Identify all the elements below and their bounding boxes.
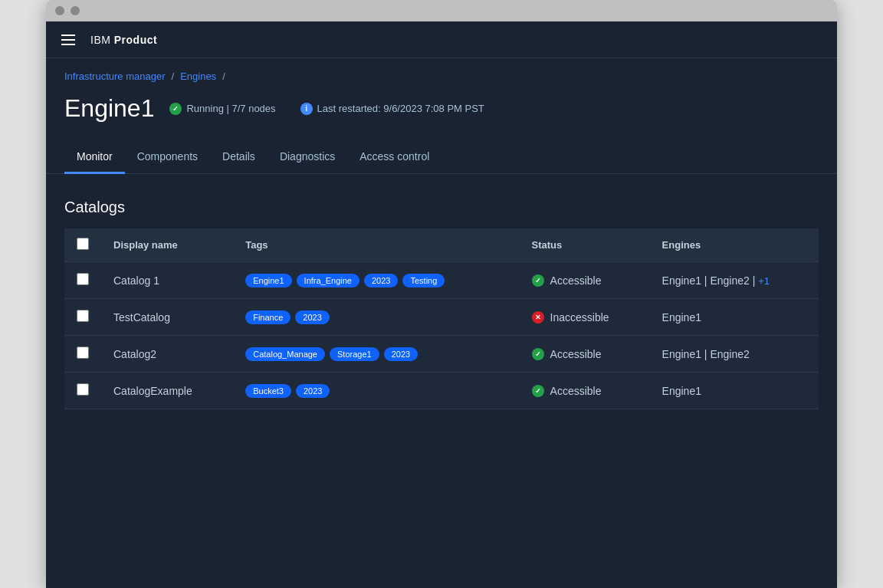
- row1-status-cell: Accessible: [532, 274, 638, 287]
- traffic-light-close[interactable]: [55, 6, 64, 15]
- row2-tags: Finance 2023: [233, 299, 519, 336]
- header-status: Status: [520, 228, 650, 262]
- row3-engines: Engine1 | Engine2: [650, 336, 819, 373]
- table-row: Catalog 1 Engine1 Infra_Engine 2023 Test…: [64, 262, 819, 299]
- tabs: Monitor Components Details Diagnostics A…: [46, 141, 837, 174]
- nav-brand: IBM Product: [90, 34, 157, 46]
- row4-tag-0: Bucket3: [245, 384, 291, 398]
- header-checkbox-cell: [64, 228, 101, 262]
- row1-tags-cell: Engine1 Infra_Engine 2023 Testing: [245, 274, 507, 287]
- breadcrumb-sep-1: /: [172, 71, 175, 82]
- running-status-badge: Running | 7/7 nodes: [169, 103, 275, 115]
- row1-tag-3: Testing: [402, 274, 445, 287]
- header-tags: Tags: [233, 228, 519, 262]
- row1-engines-value: Engine1 | Engine2 | +1: [662, 274, 770, 287]
- catalogs-section-title: Catalogs: [64, 199, 819, 216]
- row1-tag-2: 2023: [364, 274, 398, 287]
- row3-engines-value: Engine1 | Engine2: [662, 348, 750, 360]
- breadcrumb-sep-2: /: [222, 71, 225, 82]
- table-body: Catalog 1 Engine1 Infra_Engine 2023 Test…: [64, 262, 819, 409]
- row2-tag-1: 2023: [295, 310, 329, 324]
- table-header: Display name Tags Status Engines: [64, 228, 819, 262]
- row3-checkbox-cell: [64, 336, 101, 373]
- row3-tag-1: Storage1: [330, 347, 379, 361]
- row3-status-label: Accessible: [550, 348, 602, 360]
- main-content: Catalogs Display name Tags Status Engine…: [46, 174, 837, 434]
- row2-tags-cell: Finance 2023: [245, 310, 507, 324]
- brand-name-normal: IBM: [90, 34, 110, 46]
- row4-status-cell: Accessible: [532, 385, 638, 397]
- row1-tag-0: Engine1: [245, 274, 291, 287]
- row2-name: TestCatalog: [101, 299, 233, 336]
- header-engines: Engines: [650, 228, 819, 262]
- row3-checkbox[interactable]: [77, 347, 89, 359]
- select-all-checkbox[interactable]: [77, 238, 89, 250]
- row4-engines: Engine1: [650, 373, 819, 409]
- header-display-name: Display name: [101, 228, 233, 262]
- row4-tag-1: 2023: [296, 384, 330, 398]
- row4-tags-cell: Bucket3 2023: [245, 384, 507, 398]
- row4-status: Accessible: [520, 373, 650, 409]
- page-header: Engine1 Running | 7/7 nodes i Last resta…: [46, 88, 837, 123]
- row3-status-cell: Accessible: [532, 348, 638, 360]
- last-restarted-badge: i Last restarted: 9/6/2023 7:08 PM PST: [300, 103, 484, 115]
- row1-accessible-icon: [532, 274, 544, 287]
- tab-monitor[interactable]: Monitor: [64, 141, 125, 174]
- row3-tags: Catalog_Manage Storage1 2023: [233, 336, 519, 373]
- info-icon: i: [300, 103, 313, 115]
- row2-engines-value: Engine1: [662, 311, 701, 324]
- row1-checkbox-cell: [64, 262, 101, 299]
- app-wrapper: IBM Product Infrastructure manager / Eng…: [46, 21, 837, 588]
- tab-access-control[interactable]: Access control: [347, 141, 442, 174]
- page-title: Engine1: [64, 94, 154, 123]
- row4-accessible-icon: [532, 385, 544, 397]
- row1-engines: Engine1 | Engine2 | +1: [650, 262, 819, 299]
- hamburger-menu[interactable]: [58, 31, 78, 48]
- row1-tag-1: Infra_Engine: [297, 274, 359, 287]
- row3-tags-cell: Catalog_Manage Storage1 2023: [245, 347, 507, 361]
- top-nav: IBM Product: [46, 21, 837, 58]
- breadcrumb-link-infrastructure[interactable]: Infrastructure manager: [64, 71, 166, 82]
- running-status-icon: [169, 103, 182, 115]
- row3-tag-2: 2023: [384, 347, 418, 361]
- table-row: TestCatalog Finance 2023 Inaccessible: [64, 299, 819, 336]
- tab-details[interactable]: Details: [210, 141, 268, 174]
- row2-engines: Engine1: [650, 299, 819, 336]
- running-status-label: Running | 7/7 nodes: [186, 103, 275, 114]
- row1-name: Catalog 1: [101, 262, 233, 299]
- row1-engines-more: +1: [758, 275, 770, 287]
- tab-components[interactable]: Components: [125, 141, 210, 174]
- row3-accessible-icon: [532, 348, 544, 360]
- breadcrumb-link-engines[interactable]: Engines: [180, 71, 216, 82]
- catalogs-table: Display name Tags Status Engines Catalog…: [64, 228, 819, 409]
- row1-status-label: Accessible: [550, 274, 602, 287]
- table-row: CatalogExample Bucket3 2023 Accessible: [64, 373, 819, 409]
- row2-status: Inaccessible: [520, 299, 650, 336]
- window: IBM Product Infrastructure manager / Eng…: [46, 0, 837, 588]
- row4-tags: Bucket3 2023: [233, 373, 519, 409]
- brand-name-bold: Product: [114, 34, 157, 46]
- row2-status-cell: Inaccessible: [532, 311, 638, 324]
- tab-diagnostics[interactable]: Diagnostics: [268, 141, 347, 174]
- row2-checkbox[interactable]: [77, 310, 89, 322]
- row2-status-label: Inaccessible: [550, 311, 609, 324]
- row2-checkbox-cell: [64, 299, 101, 336]
- row3-tag-0: Catalog_Manage: [245, 347, 325, 361]
- row3-status: Accessible: [520, 336, 650, 373]
- row4-name: CatalogExample: [101, 373, 233, 409]
- row3-name: Catalog2: [101, 336, 233, 373]
- row4-checkbox[interactable]: [77, 383, 89, 396]
- row1-status: Accessible: [520, 262, 650, 299]
- row1-tags: Engine1 Infra_Engine 2023 Testing: [233, 262, 519, 299]
- title-bar: [46, 0, 837, 21]
- traffic-light-minimize[interactable]: [71, 6, 80, 15]
- row2-inaccessible-icon: [532, 311, 544, 324]
- last-restarted-label: Last restarted: 9/6/2023 7:08 PM PST: [317, 103, 484, 114]
- breadcrumb: Infrastructure manager / Engines /: [46, 58, 837, 88]
- table-row: Catalog2 Catalog_Manage Storage1 2023: [64, 336, 819, 373]
- row2-tag-0: Finance: [245, 310, 291, 324]
- row4-checkbox-cell: [64, 373, 101, 409]
- row4-status-label: Accessible: [550, 385, 602, 397]
- row1-checkbox[interactable]: [77, 273, 89, 285]
- row4-engines-value: Engine1: [662, 385, 701, 397]
